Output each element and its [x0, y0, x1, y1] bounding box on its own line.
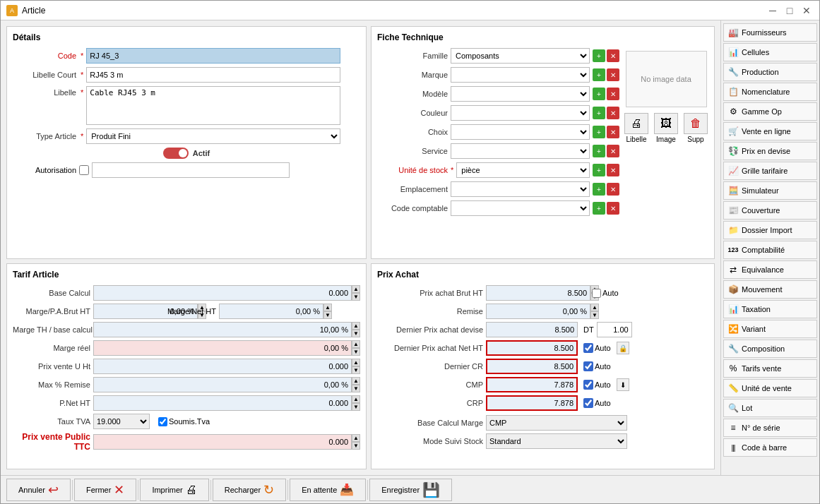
dernier-net-lock-btn[interactable]: 🔒: [617, 342, 629, 354]
marge-th-input[interactable]: [93, 322, 352, 337]
modele-select[interactable]: [451, 86, 590, 102]
modele-add-btn[interactable]: +: [593, 88, 605, 100]
marge-th-down[interactable]: ▼: [352, 330, 360, 337]
supp-btn[interactable]: 🗑 Supp: [684, 113, 708, 143]
mode-suivi-select[interactable]: Standard: [486, 433, 627, 449]
base-calcul-up[interactable]: ▲: [352, 285, 360, 293]
enregistrer-button[interactable]: Enregistrer 💾: [369, 479, 452, 501]
choix-del-btn[interactable]: ✕: [607, 126, 619, 138]
p-net-up[interactable]: ▲: [352, 395, 360, 403]
sidebar-btn-composition[interactable]: 🔧 Composition: [723, 340, 817, 358]
libelle-textarea[interactable]: Cable RJ45 3 m: [86, 86, 340, 125]
crp-auto-checkbox[interactable]: [583, 398, 593, 408]
base-calcul-down[interactable]: ▼: [352, 293, 360, 301]
pa-brut-input[interactable]: [486, 285, 590, 301]
type-article-select[interactable]: Produit Fini: [86, 128, 340, 144]
emplacement-select[interactable]: [451, 181, 590, 197]
marge-reel-down[interactable]: ▼: [352, 348, 360, 356]
sidebar-btn-simulateur[interactable]: 🧮 Simulateur: [723, 181, 817, 200]
emplacement-del-btn[interactable]: ✕: [607, 183, 619, 196]
crp-input[interactable]: [486, 395, 578, 411]
dt-input[interactable]: [597, 322, 632, 337]
code-input[interactable]: [86, 48, 340, 64]
sidebar-btn-dossier-import[interactable]: 📁 Dossier Import: [723, 221, 817, 239]
marque-select[interactable]: [451, 67, 590, 83]
marge-net-down[interactable]: ▼: [323, 311, 332, 319]
sidebar-btn-variant[interactable]: 🔀 Variant: [723, 320, 817, 338]
code-comptable-select[interactable]: [451, 200, 590, 216]
pa-auto-checkbox[interactable]: [592, 289, 601, 298]
service-add-btn[interactable]: +: [593, 145, 605, 157]
taux-tva-select[interactable]: 19.000: [93, 414, 150, 429]
dernier-net-input[interactable]: [486, 340, 578, 356]
sidebar-btn-no-serie[interactable]: ≡ N° de série: [723, 419, 817, 437]
max-remise-down[interactable]: ▼: [352, 385, 360, 392]
imprimer-button[interactable]: Imprimer 🖨: [140, 479, 208, 501]
maximize-button[interactable]: □: [783, 4, 797, 18]
sidebar-btn-vente-en-ligne[interactable]: 🛒 Vente en ligne: [723, 122, 817, 140]
autorisation-input[interactable]: [92, 162, 290, 178]
marge-net-input[interactable]: [219, 304, 323, 319]
marque-add-btn[interactable]: +: [593, 68, 605, 81]
sidebar-btn-lot[interactable]: 🔍 Lot: [723, 399, 817, 417]
marque-del-btn[interactable]: ✕: [607, 68, 619, 81]
marge-th-up[interactable]: ▲: [352, 322, 360, 330]
base-calcul-input[interactable]: [93, 285, 352, 301]
close-button[interactable]: ✕: [800, 4, 814, 18]
prix-public-up[interactable]: ▲: [352, 434, 360, 442]
code-comptable-add-btn[interactable]: +: [593, 202, 605, 215]
emplacement-add-btn[interactable]: +: [593, 183, 605, 196]
sidebar-btn-gamme-op[interactable]: ⚙ Gamme Op: [723, 102, 817, 121]
prix-vente-up[interactable]: ▲: [352, 359, 360, 366]
modele-del-btn[interactable]: ✕: [607, 88, 619, 100]
sidebar-btn-couverture[interactable]: 📰 Couverture: [723, 201, 817, 220]
dernier-net-auto-checkbox[interactable]: [583, 343, 593, 353]
max-remise-up[interactable]: ▲: [352, 377, 360, 385]
minimize-button[interactable]: ─: [766, 4, 780, 18]
sidebar-btn-equivalance[interactable]: ⇄ Equivalance: [723, 260, 817, 279]
sidebar-btn-code-a-barre[interactable]: ||| Code à barre: [723, 438, 817, 457]
cmp-auto-checkbox[interactable]: [583, 380, 593, 390]
base-calcul-marge-select[interactable]: CMP: [486, 415, 627, 431]
choix-add-btn[interactable]: +: [593, 126, 605, 138]
cmp-download-btn[interactable]: ⬇: [617, 378, 629, 391]
sidebar-btn-tarifs-vente[interactable]: % Tarifs vente: [723, 359, 817, 378]
sidebar-btn-cellules[interactable]: 📊 Cellules: [723, 43, 817, 61]
cmp-input[interactable]: [486, 377, 578, 392]
actif-toggle[interactable]: [163, 148, 189, 159]
p-net-input[interactable]: [93, 395, 352, 411]
en-attente-button[interactable]: En attente 📥: [290, 479, 366, 501]
image-btn[interactable]: 🖼 Image: [654, 113, 678, 143]
sidebar-btn-production[interactable]: 🔧 Production: [723, 63, 817, 81]
unite-stock-del-btn[interactable]: ✕: [607, 164, 619, 176]
couleur-add-btn[interactable]: +: [593, 107, 605, 119]
prix-public-input[interactable]: [93, 434, 352, 450]
recharger-button[interactable]: Recharger ↻: [213, 479, 286, 501]
sidebar-btn-prix-en-devise[interactable]: 💱 Prix en devise: [723, 142, 817, 160]
dernier-cr-auto-checkbox[interactable]: [583, 361, 593, 371]
libelle-btn[interactable]: 🖨 Libelle: [624, 113, 648, 143]
marge-reel-input[interactable]: [93, 340, 352, 356]
soumis-tva-checkbox[interactable]: [158, 417, 167, 426]
unite-stock-select[interactable]: pièce: [456, 162, 590, 178]
libelle-court-input[interactable]: [86, 67, 340, 83]
prix-public-down[interactable]: ▼: [352, 442, 360, 450]
prix-vente-input[interactable]: [93, 359, 352, 374]
famille-del-btn[interactable]: ✕: [607, 49, 619, 62]
annuler-button[interactable]: Annuler ↩: [6, 479, 71, 501]
p-net-down[interactable]: ▼: [352, 403, 360, 411]
couleur-del-btn[interactable]: ✕: [607, 107, 619, 119]
choix-select[interactable]: [451, 124, 590, 140]
unite-stock-add-btn[interactable]: +: [593, 164, 605, 176]
marge-net-up[interactable]: ▲: [323, 304, 332, 311]
sidebar-btn-fournisseurs[interactable]: 🏭 Fournisseurs: [723, 23, 817, 42]
service-del-btn[interactable]: ✕: [607, 145, 619, 157]
famille-add-btn[interactable]: +: [593, 49, 605, 62]
autorisation-checkbox[interactable]: [79, 165, 89, 175]
remise-up[interactable]: ▲: [590, 304, 599, 311]
dernier-devise-input[interactable]: [486, 322, 578, 337]
remise-down[interactable]: ▼: [590, 311, 599, 319]
sidebar-btn-mouvement[interactable]: 📦 Mouvement: [723, 280, 817, 299]
marge-reel-up[interactable]: ▲: [352, 340, 360, 348]
remise-input[interactable]: [486, 304, 590, 319]
